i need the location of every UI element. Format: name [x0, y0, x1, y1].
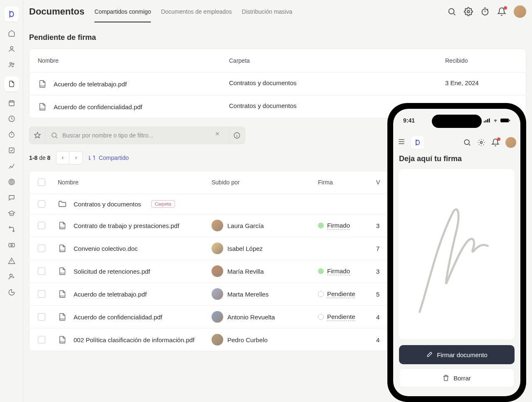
nav-warning-icon[interactable]: [7, 257, 16, 265]
nav-person-icon[interactable]: [7, 45, 16, 53]
file-name: Solicitud de retenciones.pdf: [74, 268, 150, 275]
doc-icon: DOC: [58, 244, 67, 253]
status-label: Pendiente: [327, 290, 355, 298]
search-icon: [51, 132, 58, 139]
file-name: 002 Política clasificación de informació…: [74, 336, 195, 343]
row-checkbox[interactable]: [38, 222, 45, 229]
phone-logo: [411, 136, 424, 149]
pdf-icon: PDF: [58, 267, 67, 276]
header-tabs: Compartidos conmigo Documentos de emplea…: [94, 1, 292, 22]
svg-rect-28: [484, 121, 485, 123]
row-checkbox[interactable]: [38, 290, 45, 298]
svg-point-20: [52, 133, 57, 137]
uploader-avatar: [212, 334, 223, 346]
signature-canvas[interactable]: [399, 169, 515, 339]
prev-page-button[interactable]: [56, 151, 69, 164]
user-avatar[interactable]: [514, 5, 526, 18]
battery-icon: [500, 118, 510, 123]
status-label: Firmado: [327, 267, 350, 275]
pending-table-head: Nombre Carpeta Recibido: [30, 49, 526, 73]
folder-name: Contratos y documentos: [74, 201, 141, 208]
row-checkbox[interactable]: [38, 245, 45, 252]
pdf-icon: PDF: [38, 79, 47, 88]
phone-gear-icon[interactable]: [477, 138, 485, 147]
status-dot: [318, 291, 324, 297]
menu-icon[interactable]: [397, 137, 407, 147]
sign-document-button[interactable]: Firmar documento: [399, 345, 515, 364]
svg-point-8: [10, 180, 13, 184]
nav-clock-icon[interactable]: [7, 115, 16, 123]
nav-money-icon[interactable]: [7, 241, 16, 249]
svg-rect-33: [509, 120, 510, 121]
wifi-icon: [492, 118, 499, 123]
status-label: Pendiente: [327, 313, 355, 321]
row-checkbox[interactable]: [38, 313, 45, 321]
file-name: Acuerdo de confidencialidad.pdf: [74, 314, 163, 321]
nav-documents-icon[interactable]: [4, 76, 19, 91]
nav-adduser-icon[interactable]: [7, 272, 16, 281]
signature-title: Deja aquí tu firma: [399, 154, 515, 163]
nav-target-icon[interactable]: [7, 178, 16, 186]
clear-signature-button[interactable]: Borrar: [399, 368, 515, 387]
nav-timer-icon[interactable]: [7, 130, 16, 139]
select-all-checkbox[interactable]: [38, 179, 45, 186]
svg-point-7: [9, 179, 15, 185]
svg-rect-32: [500, 118, 509, 122]
svg-point-15: [449, 9, 454, 14]
row-checkbox[interactable]: [38, 200, 45, 208]
nav-chat-icon[interactable]: [7, 194, 16, 202]
info-icon[interactable]: [229, 127, 245, 144]
gear-icon[interactable]: [464, 7, 473, 16]
favorite-filter-button[interactable]: [29, 127, 46, 144]
svg-text:PDF: PDF: [40, 85, 45, 87]
search-input[interactable]: [62, 132, 210, 139]
phone-avatar[interactable]: [505, 137, 516, 148]
svg-text:PDF: PDF: [60, 226, 65, 229]
notification-dot: [504, 6, 507, 10]
svg-point-14: [10, 274, 12, 277]
nav-home-icon[interactable]: [7, 29, 16, 37]
nav-graduation-icon[interactable]: [7, 209, 16, 218]
next-page-button[interactable]: [69, 151, 83, 164]
page-title: Documentos: [29, 6, 84, 17]
col-received: Recibido: [445, 57, 517, 64]
nav-chart-icon[interactable]: [7, 162, 16, 170]
search-icon[interactable]: [447, 7, 456, 16]
nav-calendar-icon[interactable]: [7, 99, 16, 107]
tab-mass-distribution[interactable]: Distribución masiva: [242, 1, 292, 22]
pdf-icon: PDF: [58, 289, 67, 299]
notification-dot: [497, 137, 500, 141]
status-label: Firmado: [327, 222, 350, 230]
clear-search-icon[interactable]: [214, 131, 224, 140]
pending-row[interactable]: PDF Acuerdo de teletrabajo.pdf Contratos…: [30, 73, 526, 96]
nav-flow-icon[interactable]: [7, 225, 16, 233]
stopwatch-icon[interactable]: [480, 7, 490, 16]
folder-icon: [58, 199, 67, 208]
nav-check-icon[interactable]: [7, 146, 16, 154]
svg-point-34: [464, 140, 469, 145]
phone-search-icon[interactable]: [463, 138, 471, 147]
svg-text:PDF: PDF: [60, 272, 65, 275]
tab-shared-with-me[interactable]: Compartidos conmigo: [94, 1, 151, 22]
uploader-name: Laura García: [227, 222, 264, 229]
phone-notch: [432, 115, 482, 128]
col-folder: Carpeta: [229, 57, 445, 64]
header-actions: [447, 5, 526, 18]
nav-people-icon[interactable]: [7, 61, 16, 69]
status-dot: [318, 223, 324, 228]
pdf-icon: PDF: [58, 335, 67, 344]
bell-icon[interactable]: [497, 7, 506, 16]
sort-dropdown[interactable]: Compartido: [89, 154, 128, 161]
row-checkbox[interactable]: [38, 267, 45, 275]
uploader-name: Antonio Revuelta: [227, 314, 275, 321]
svg-point-17: [482, 9, 488, 15]
phone-bell-icon[interactable]: [491, 138, 500, 147]
svg-point-1: [10, 63, 12, 65]
nav-pie-icon[interactable]: [7, 288, 16, 297]
row-checkbox[interactable]: [38, 336, 45, 343]
svg-text:PDF: PDF: [40, 108, 45, 110]
svg-text:DOC: DOC: [60, 249, 65, 252]
col-name: Nombre: [58, 179, 212, 186]
pending-section-title: Pendiente de firma: [29, 33, 526, 42]
tab-employee-docs[interactable]: Documentos de empleados: [161, 1, 232, 22]
